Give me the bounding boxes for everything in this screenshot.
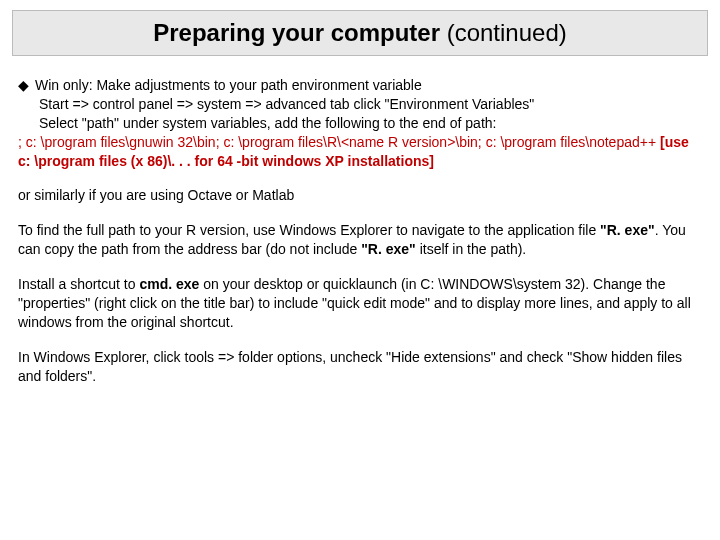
bullet-step2: Select "path" under system variables, ad…	[39, 114, 702, 133]
title-bold: Preparing your computer	[153, 19, 446, 46]
p2d: "R. exe"	[361, 241, 416, 257]
title-rest: (continued)	[447, 19, 567, 46]
p2a: To find the full path to your R version,…	[18, 222, 600, 238]
path-line: ; c: \program files\gnuwin 32\bin; c: \p…	[18, 133, 702, 171]
path-text: ; c: \program files\gnuwin 32\bin; c: \p…	[18, 134, 660, 150]
para-rexe: To find the full path to your R version,…	[18, 221, 702, 259]
p2b: "R. exe"	[600, 222, 655, 238]
page-title: Preparing your computer (continued)	[13, 19, 707, 47]
diamond-icon: ◆	[18, 76, 29, 94]
para-octave: or similarly if you are using Octave or …	[18, 186, 702, 205]
p3b: cmd. exe	[139, 276, 199, 292]
p2e: itself in the path).	[416, 241, 527, 257]
para-explorer: In Windows Explorer, click tools => fold…	[18, 348, 702, 386]
bullet-step1: Start => control panel => system => adva…	[39, 95, 702, 114]
bullet-row: ◆ Win only: Make adjustments to your pat…	[18, 76, 702, 95]
bullet-heading: Win only: Make adjustments to your path …	[35, 76, 422, 95]
title-bar: Preparing your computer (continued)	[12, 10, 708, 56]
p3a: Install a shortcut to	[18, 276, 139, 292]
para-cmd: Install a shortcut to cmd. exe on your d…	[18, 275, 702, 332]
content: ◆ Win only: Make adjustments to your pat…	[0, 76, 720, 386]
